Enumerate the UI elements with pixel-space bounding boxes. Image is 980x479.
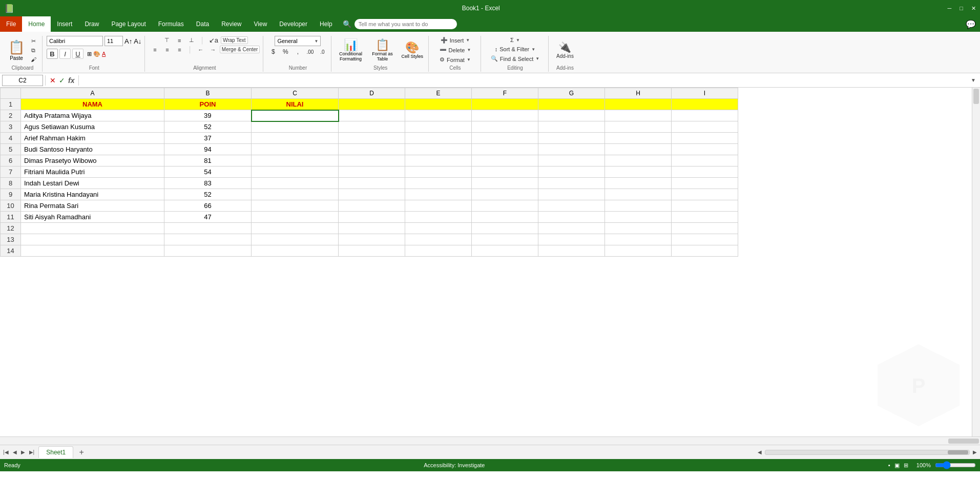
cell-h10[interactable] (605, 200, 672, 212)
cell-b13[interactable] (164, 234, 252, 245)
cell-b5[interactable]: 94 (164, 144, 252, 155)
cell-h4[interactable] (605, 133, 672, 144)
cell-e4[interactable] (405, 133, 472, 144)
add-sheet-button[interactable]: + (76, 447, 87, 457)
cell-f5[interactable] (472, 144, 538, 155)
cell-c12[interactable] (252, 223, 339, 234)
row-number-13[interactable]: 13 (1, 234, 21, 245)
minimize-button[interactable]: ─ (948, 5, 952, 12)
add-ins-button[interactable]: 🔌 Add-ins (554, 40, 576, 60)
cell-d6[interactable] (339, 155, 405, 166)
cell-d7[interactable] (339, 166, 405, 178)
formula-cancel-button[interactable]: ✕ (50, 76, 56, 85)
cell-a9[interactable]: Maria Kristina Handayani (21, 189, 164, 200)
font-color-button[interactable]: A (102, 51, 106, 57)
cell-d2[interactable] (339, 110, 405, 121)
cell-h6[interactable] (605, 155, 672, 166)
cell-c2[interactable] (252, 110, 339, 121)
col-header-a[interactable]: A (21, 88, 164, 99)
cell-i7[interactable] (672, 166, 738, 178)
row-number-14[interactable]: 14 (1, 245, 21, 257)
cell-a13[interactable] (21, 234, 164, 245)
title-bar-controls[interactable]: ─ □ ✕ (948, 5, 976, 12)
sheet-tab-sheet1[interactable]: Sheet1 (38, 446, 73, 458)
cell-g1[interactable] (538, 99, 605, 110)
sheet-nav-last[interactable]: ▶| (28, 448, 36, 456)
cell-i1[interactable] (672, 99, 738, 110)
row-number-8[interactable]: 8 (1, 178, 21, 189)
cell-b7[interactable]: 54 (164, 166, 252, 178)
bold-button[interactable]: B (47, 49, 58, 59)
chat-icon[interactable]: 💬 (962, 16, 980, 32)
cell-c1[interactable]: NILAI (252, 99, 339, 110)
cell-g2[interactable] (538, 110, 605, 121)
merge-center-button[interactable]: Merge & Center (220, 46, 260, 53)
find-select-button[interactable]: 🔍 Find & Select ▼ (489, 54, 541, 63)
align-right-button[interactable]: ≡ (174, 46, 185, 53)
font-size-input[interactable] (105, 36, 123, 46)
cell-i9[interactable] (672, 189, 738, 200)
cell-c10[interactable] (252, 200, 339, 212)
increase-font-size-button[interactable]: A↑ (124, 37, 132, 45)
cell-g11[interactable] (538, 212, 605, 223)
sheet-scrollbar-thumb[interactable] (948, 450, 968, 454)
view-normal-button[interactable]: ▪ (888, 462, 890, 468)
align-middle-button[interactable]: ≡ (174, 37, 185, 44)
copy-button[interactable]: ⧉ (28, 47, 39, 54)
cell-a7[interactable]: Fitriani Maulida Putri (21, 166, 164, 178)
cell-g3[interactable] (538, 121, 605, 133)
cell-d14[interactable] (339, 245, 405, 257)
cell-b3[interactable]: 52 (164, 121, 252, 133)
col-header-g[interactable]: G (538, 88, 605, 99)
cell-b10[interactable]: 66 (164, 200, 252, 212)
paste-button[interactable]: 📋 Paste (6, 38, 27, 62)
cell-i2[interactable] (672, 110, 738, 121)
cell-a5[interactable]: Budi Santoso Haryanto (21, 144, 164, 155)
sheet-scrollbar[interactable] (765, 450, 970, 455)
cell-h3[interactable] (605, 121, 672, 133)
cell-h9[interactable] (605, 189, 672, 200)
row-number-4[interactable]: 4 (1, 133, 21, 144)
decrease-indent-button[interactable]: ← (195, 46, 206, 53)
col-header-f[interactable]: F (472, 88, 538, 99)
cell-f8[interactable] (472, 178, 538, 189)
cell-b11[interactable]: 47 (164, 212, 252, 223)
cell-g12[interactable] (538, 223, 605, 234)
orientation-button[interactable]: ↙a (207, 36, 220, 45)
decrease-decimal-button[interactable]: .0 (317, 49, 328, 55)
format-as-table-button[interactable]: 📋 Format as Table (367, 37, 397, 63)
cell-f11[interactable] (472, 212, 538, 223)
row-number-10[interactable]: 10 (1, 200, 21, 212)
scrollbar-left-icon[interactable]: ◀ (757, 448, 763, 456)
cell-e13[interactable] (405, 234, 472, 245)
insert-button[interactable]: ➕ Insert ▼ (437, 36, 473, 45)
conditional-formatting-button[interactable]: 📊 Conditional Formatting (336, 37, 365, 63)
menu-insert[interactable]: Insert (51, 16, 78, 32)
col-header-c[interactable]: C (252, 88, 339, 99)
col-header-d[interactable]: D (339, 88, 405, 99)
cell-c7[interactable] (252, 166, 339, 178)
ribbon-search-input[interactable] (355, 19, 457, 29)
cell-h1[interactable] (605, 99, 672, 110)
cell-i4[interactable] (672, 133, 738, 144)
cell-g4[interactable] (538, 133, 605, 144)
horizontal-scrollbar[interactable] (0, 436, 980, 445)
cell-e7[interactable] (405, 166, 472, 178)
row-number-6[interactable]: 6 (1, 155, 21, 166)
increase-indent-button[interactable]: → (207, 46, 219, 53)
cell-f4[interactable] (472, 133, 538, 144)
cell-d12[interactable] (339, 223, 405, 234)
cell-e12[interactable] (405, 223, 472, 234)
sheet-nav-first[interactable]: |◀ (2, 448, 10, 456)
cell-g14[interactable] (538, 245, 605, 257)
cell-c9[interactable] (252, 189, 339, 200)
row-number-9[interactable]: 9 (1, 189, 21, 200)
cell-d11[interactable] (339, 212, 405, 223)
cell-a10[interactable]: Rina Permata Sari (21, 200, 164, 212)
cell-g9[interactable] (538, 189, 605, 200)
menu-review[interactable]: Review (215, 16, 247, 32)
formula-input[interactable] (81, 75, 969, 86)
cell-c5[interactable] (252, 144, 339, 155)
col-header-i[interactable]: I (672, 88, 738, 99)
autosum-button[interactable]: Σ ▼ (489, 36, 541, 44)
